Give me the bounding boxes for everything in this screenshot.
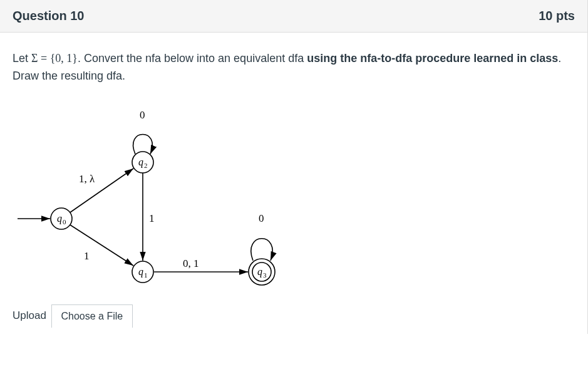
state-q3-label-sub: 3 [263,271,267,279]
edge-q3-q3 [251,239,272,261]
state-q1-label-base: q [138,266,143,278]
edge-q0-q2-label: 1, λ [79,173,95,185]
question-body: Let Σ = {0, 1}. Convert the nfa below in… [0,33,588,334]
edge-q0-q1 [70,225,133,266]
state-q1-label-sub: 1 [144,271,148,279]
nfa-diagram: q 0 q 2 q 1 q 3 [11,96,575,293]
state-q0: q 0 [51,208,72,229]
prompt-prefix: Let [13,52,31,65]
state-q3-label-base: q [257,266,262,278]
upload-row: Upload Choose a File [13,304,575,328]
edge-q1-q3-label: 0, 1 [183,257,199,269]
question-title: Question 10 [13,9,84,23]
edge-q3-q3-label: 0 [259,212,264,224]
prompt-bold: using the nfa-to-dfa procedure learned i… [307,52,558,65]
prompt-equation: Σ = {0, 1} [31,52,78,65]
state-q2-label-base: q [138,157,143,168]
edge-q2-q1-label: 1 [149,212,155,224]
state-q0-label-sub: 0 [63,218,66,226]
state-q2: q 2 [132,152,153,173]
edge-q0-q1-label: 1 [84,250,90,262]
choose-file-button[interactable]: Choose a File [51,304,133,328]
prompt-mid: . Convert the nfa below into an equivale… [78,52,307,65]
state-q1: q 1 [132,261,153,283]
upload-label: Upload [13,304,51,328]
state-q3: q 3 [249,259,275,285]
edge-q2-q2-label: 0 [140,109,145,121]
question-points: 10 pts [539,9,575,23]
question-header: Question 10 10 pts [0,0,588,33]
state-q2-label-sub: 2 [144,162,148,169]
state-q0-label-base: q [57,213,62,224]
question-prompt: Let Σ = {0, 1}. Convert the nfa below in… [13,50,575,85]
